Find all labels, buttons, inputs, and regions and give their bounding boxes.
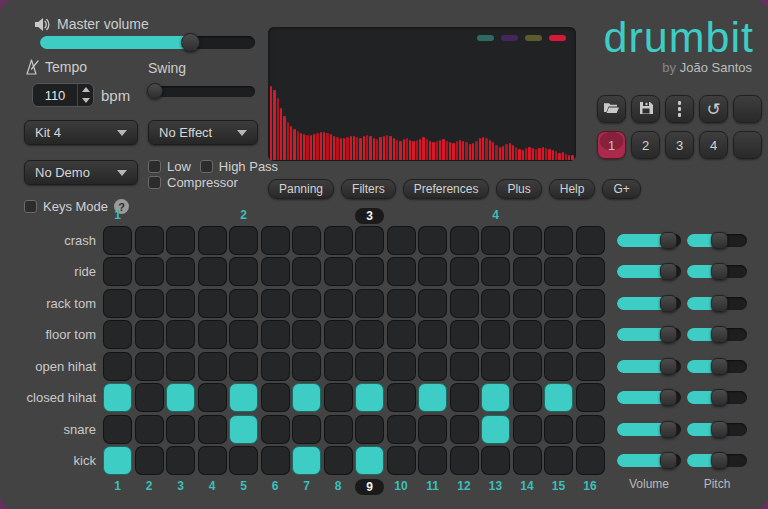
step-cell-crash-10[interactable]: [387, 226, 416, 255]
step-cell-open-hihat-16[interactable]: [576, 352, 605, 381]
step-cell-closed-hihat-9[interactable]: [355, 383, 384, 412]
step-cell-crash-14[interactable]: [513, 226, 542, 255]
step-cell-kick-12[interactable]: [450, 446, 479, 475]
tempo-input[interactable]: 110: [32, 83, 94, 107]
step-cell-closed-hihat-4[interactable]: [198, 383, 227, 412]
step-cell-snare-3[interactable]: [166, 415, 195, 444]
step-cell-open-hihat-15[interactable]: [544, 352, 573, 381]
step-cell-floor-tom-10[interactable]: [387, 320, 416, 349]
step-cell-kick-13[interactable]: [481, 446, 510, 475]
step-cell-floor-tom-7[interactable]: [292, 320, 321, 349]
step-cell-rack-tom-12[interactable]: [450, 289, 479, 318]
step-cell-kick-9[interactable]: [355, 446, 384, 475]
step-cell-snare-16[interactable]: [576, 415, 605, 444]
step-cell-ride-4[interactable]: [198, 257, 227, 286]
stop-button[interactable]: [733, 131, 762, 159]
step-cell-floor-tom-2[interactable]: [135, 320, 164, 349]
step-cell-closed-hihat-15[interactable]: [544, 383, 573, 412]
low-checkbox[interactable]: [148, 160, 161, 173]
step-cell-ride-13[interactable]: [481, 257, 510, 286]
volume-handle-open-hihat[interactable]: [660, 358, 677, 375]
pitch-handle-open-hihat[interactable]: [711, 358, 728, 375]
step-cell-snare-6[interactable]: [261, 415, 290, 444]
volume-handle-kick[interactable]: [660, 452, 677, 469]
step-cell-floor-tom-1[interactable]: [103, 320, 132, 349]
step-cell-open-hihat-6[interactable]: [261, 352, 290, 381]
step-cell-ride-1[interactable]: [103, 257, 132, 286]
keys-mode-checkbox[interactable]: [24, 200, 37, 213]
step-cell-closed-hihat-16[interactable]: [576, 383, 605, 412]
step-cell-floor-tom-11[interactable]: [418, 320, 447, 349]
step-cell-ride-15[interactable]: [544, 257, 573, 286]
step-cell-snare-14[interactable]: [513, 415, 542, 444]
step-cell-crash-13[interactable]: [481, 226, 510, 255]
step-cell-open-hihat-3[interactable]: [166, 352, 195, 381]
effect-select[interactable]: No Effect: [148, 120, 258, 145]
menu-button-plus[interactable]: Plus: [496, 179, 541, 199]
step-cell-kick-15[interactable]: [544, 446, 573, 475]
step-cell-ride-12[interactable]: [450, 257, 479, 286]
step-cell-closed-hihat-12[interactable]: [450, 383, 479, 412]
step-cell-ride-5[interactable]: [229, 257, 258, 286]
step-cell-closed-hihat-6[interactable]: [261, 383, 290, 412]
step-cell-crash-9[interactable]: [355, 226, 384, 255]
step-cell-floor-tom-12[interactable]: [450, 320, 479, 349]
swing-slider[interactable]: [148, 86, 255, 97]
step-cell-floor-tom-16[interactable]: [576, 320, 605, 349]
step-cell-snare-10[interactable]: [387, 415, 416, 444]
step-cell-rack-tom-15[interactable]: [544, 289, 573, 318]
step-cell-rack-tom-2[interactable]: [135, 289, 164, 318]
step-cell-crash-8[interactable]: [324, 226, 353, 255]
step-cell-rack-tom-7[interactable]: [292, 289, 321, 318]
save-button[interactable]: [631, 95, 660, 123]
step-cell-closed-hihat-2[interactable]: [135, 383, 164, 412]
step-cell-rack-tom-4[interactable]: [198, 289, 227, 318]
pattern-button-2[interactable]: 2: [631, 131, 660, 159]
step-cell-ride-6[interactable]: [261, 257, 290, 286]
master-volume-handle[interactable]: [181, 33, 200, 52]
step-cell-closed-hihat-5[interactable]: [229, 383, 258, 412]
pitch-handle-closed-hihat[interactable]: [711, 389, 728, 406]
step-cell-open-hihat-5[interactable]: [229, 352, 258, 381]
step-cell-crash-2[interactable]: [135, 226, 164, 255]
step-cell-snare-9[interactable]: [355, 415, 384, 444]
step-cell-open-hihat-1[interactable]: [103, 352, 132, 381]
step-cell-crash-6[interactable]: [261, 226, 290, 255]
step-cell-open-hihat-4[interactable]: [198, 352, 227, 381]
step-cell-ride-10[interactable]: [387, 257, 416, 286]
step-cell-ride-16[interactable]: [576, 257, 605, 286]
volume-handle-ride[interactable]: [660, 263, 677, 280]
demo-select[interactable]: No Demo: [24, 160, 138, 185]
step-cell-open-hihat-8[interactable]: [324, 352, 353, 381]
tempo-down-button[interactable]: [78, 95, 93, 106]
high-pass-checkbox[interactable]: [200, 160, 213, 173]
step-cell-rack-tom-3[interactable]: [166, 289, 195, 318]
step-cell-kick-5[interactable]: [229, 446, 258, 475]
step-cell-kick-3[interactable]: [166, 446, 195, 475]
pattern-button-3[interactable]: 3: [665, 131, 694, 159]
step-cell-ride-2[interactable]: [135, 257, 164, 286]
compressor-checkbox[interactable]: [148, 176, 161, 189]
step-cell-ride-11[interactable]: [418, 257, 447, 286]
volume-handle-crash[interactable]: [660, 232, 677, 249]
step-cell-kick-11[interactable]: [418, 446, 447, 475]
kit-select[interactable]: Kit 4: [24, 120, 138, 145]
step-cell-crash-7[interactable]: [292, 226, 321, 255]
menu-button-filters[interactable]: Filters: [341, 179, 396, 199]
volume-handle-snare[interactable]: [660, 421, 677, 438]
pitch-handle-rack-tom[interactable]: [711, 295, 728, 312]
step-cell-crash-5[interactable]: [229, 226, 258, 255]
step-cell-open-hihat-14[interactable]: [513, 352, 542, 381]
volume-handle-floor-tom[interactable]: [660, 326, 677, 343]
pitch-handle-floor-tom[interactable]: [711, 326, 728, 343]
step-cell-snare-13[interactable]: [481, 415, 510, 444]
pitch-handle-kick[interactable]: [711, 452, 728, 469]
undo-button[interactable]: ↺: [699, 95, 728, 123]
step-cell-closed-hihat-1[interactable]: [103, 383, 132, 412]
step-cell-closed-hihat-3[interactable]: [166, 383, 195, 412]
tempo-spinner[interactable]: [77, 84, 93, 106]
step-cell-kick-6[interactable]: [261, 446, 290, 475]
step-cell-snare-12[interactable]: [450, 415, 479, 444]
step-cell-crash-15[interactable]: [544, 226, 573, 255]
step-cell-closed-hihat-11[interactable]: [418, 383, 447, 412]
